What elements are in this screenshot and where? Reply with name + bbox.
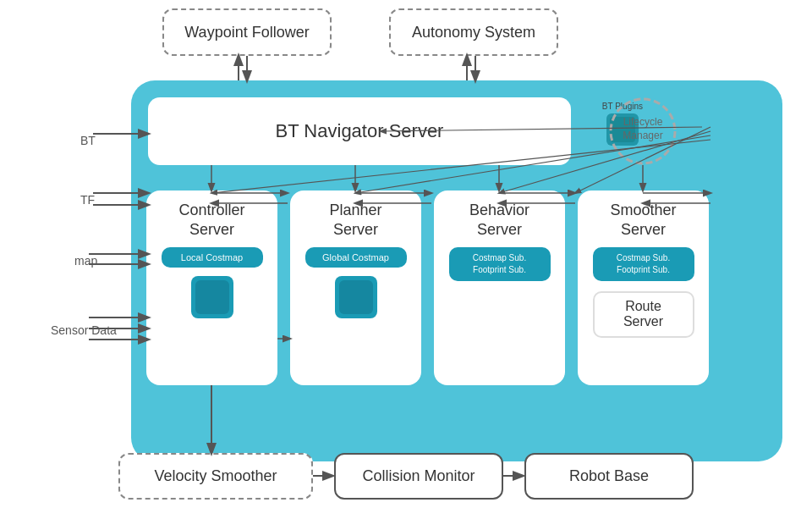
behavior-server-card: BehaviorServer Costmap Sub.Footprint Sub…: [434, 190, 565, 385]
autonomy-system-label: Autonomy System: [412, 24, 535, 41]
smoother-server-title: SmootherServer: [610, 201, 676, 240]
waypoint-follower-label: Waypoint Follower: [184, 24, 309, 41]
local-costmap-badge: Local Costmap: [162, 247, 263, 268]
svg-text:Manager: Manager: [623, 130, 662, 141]
bt-navigator-label: BT Navigator Server: [276, 120, 444, 142]
collision-monitor-label: Collision Monitor: [362, 467, 475, 485]
label-bt: BT: [80, 134, 96, 147]
label-map: map: [74, 254, 97, 268]
diagram-container: Waypoint Follower Autonomy System Veloci…: [0, 0, 812, 508]
autonomy-system-box: Autonomy System: [389, 8, 558, 56]
bt-navigator-box: BT Navigator Server: [148, 97, 571, 165]
global-costmap-badge: Global Costmap: [305, 247, 407, 268]
route-server-inner-box: RouteServer: [593, 291, 694, 338]
planner-server-card: PlannerServer Global Costmap: [290, 190, 421, 385]
controller-server-title: ControllerServer: [178, 201, 244, 240]
smoother-server-card: SmootherServer Costmap Sub.Footprint Sub…: [578, 190, 709, 385]
velocity-smoother-label: Velocity Smoother: [154, 467, 277, 485]
controller-server-card: ControllerServer Local Costmap: [146, 190, 277, 385]
velocity-smoother-box: Velocity Smoother: [118, 453, 313, 500]
robot-base-box: Robot Base: [524, 453, 694, 500]
label-sensor: Sensor Data: [51, 323, 117, 337]
robot-base-label: Robot Base: [569, 467, 649, 485]
behavior-server-title: BehaviorServer: [469, 201, 529, 240]
smoother-costmap-badge: Costmap Sub.Footprint Sub.: [593, 247, 694, 281]
label-tf: TF: [80, 193, 95, 207]
global-costmap-icon: [335, 276, 377, 318]
behavior-costmap-badge: Costmap Sub.Footprint Sub.: [449, 247, 551, 281]
planner-server-title: PlannerServer: [329, 201, 381, 240]
waypoint-follower-box: Waypoint Follower: [162, 8, 332, 56]
svg-text:Lifecycle: Lifecycle: [623, 116, 663, 128]
collision-monitor-box: Collision Monitor: [334, 453, 503, 500]
local-costmap-icon: [191, 276, 233, 318]
lifecycle-manager-icon: Lifecycle Manager: [605, 93, 681, 169]
lifecycle-manager-area: Lifecycle Manager: [605, 93, 681, 169]
